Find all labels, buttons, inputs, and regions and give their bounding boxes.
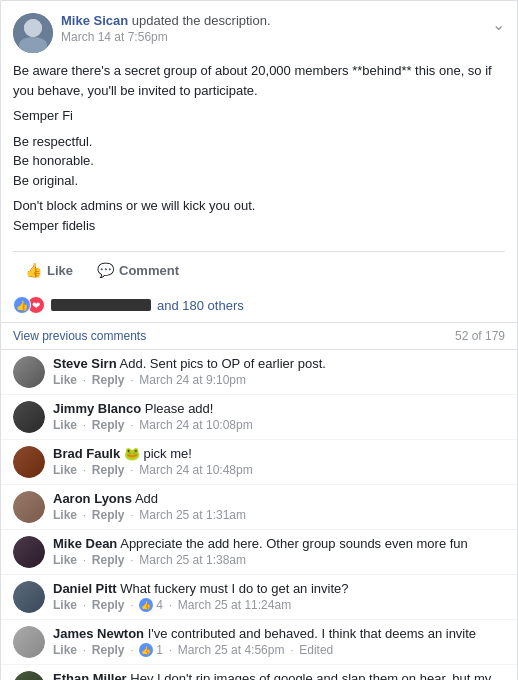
- post-actions-bar: 👍 Like 💬 Comment: [13, 251, 505, 288]
- reactions-count: and 180 others: [157, 298, 244, 313]
- comment-4: Aaron Lyons Add Like · Reply · March 25 …: [1, 485, 517, 530]
- comment-avatar-3: [13, 446, 45, 478]
- comment-like-6[interactable]: Like: [53, 598, 77, 612]
- post-header: Mike Sican updated the description. Marc…: [1, 1, 517, 61]
- edited-label-7: Edited: [299, 643, 333, 657]
- comment-reply-4[interactable]: Reply: [92, 508, 125, 522]
- comment-6: Daniel Pitt What fuckery must I do to ge…: [1, 575, 517, 620]
- reaction-icons: 👍 ❤: [13, 296, 45, 314]
- comment-author-4[interactable]: Aaron Lyons: [53, 491, 132, 506]
- post-line-4: Don't block admins or we will kick you o…: [13, 196, 505, 235]
- comment-reply-6[interactable]: Reply: [92, 598, 125, 612]
- comment-author-1[interactable]: Steve Sirn: [53, 356, 117, 371]
- reactor-name-blurred: [51, 299, 151, 311]
- like-label: Like: [47, 263, 73, 278]
- comment-label: Comment: [119, 263, 179, 278]
- comment-7: James Newton I've contributed and behave…: [1, 620, 517, 665]
- svg-rect-0: [13, 13, 53, 53]
- comments-count: 52 of 179: [455, 329, 505, 343]
- post-header-info: Mike Sican updated the description. Marc…: [61, 13, 505, 44]
- comment-button[interactable]: 💬 Comment: [85, 256, 191, 284]
- svg-point-2: [19, 41, 47, 53]
- comment-8: Ethan Miller Hey I don't rip images of g…: [1, 665, 517, 680]
- comment-like-5[interactable]: Like: [53, 553, 77, 567]
- comment-avatar-6: [13, 581, 45, 613]
- comment-avatar-2: [13, 401, 45, 433]
- comment-2: Jimmy Blanco Please add! Like · Reply · …: [1, 395, 517, 440]
- comment-author-8[interactable]: Ethan Miller: [53, 671, 127, 680]
- comment-reply-3[interactable]: Reply: [92, 463, 125, 477]
- comment-author-3[interactable]: Brad Faulk: [53, 446, 120, 461]
- comment-meta-7: Like · Reply · 👍 1 · March 25 at 4:56pm …: [53, 643, 505, 657]
- like-button[interactable]: 👍 Like: [13, 256, 85, 284]
- comment-reply-7[interactable]: Reply: [92, 643, 125, 657]
- post-author-name[interactable]: Mike Sican: [61, 13, 128, 28]
- comment-icon: 💬: [97, 262, 114, 278]
- comment-meta-1: Like · Reply · March 24 at 9:10pm: [53, 373, 505, 387]
- comment-author-7[interactable]: James Newton: [53, 626, 144, 641]
- comment-1: Steve Sirn Add. Sent pics to OP of earli…: [1, 350, 517, 395]
- author-avatar: [13, 13, 53, 53]
- comment-text-3: 🐸 pick me!: [124, 446, 192, 461]
- comment-time-5: March 25 at 1:38am: [139, 553, 246, 567]
- comment-body-8: Ethan Miller Hey I don't rip images of g…: [53, 671, 505, 680]
- like-reaction-icon: 👍: [13, 296, 31, 314]
- comment-reactions-7: 👍 1: [139, 643, 163, 657]
- comment-text-5: Appreciate the add here. Other group sou…: [120, 536, 468, 551]
- comment-body-3: Brad Faulk 🐸 pick me! Like · Reply · Mar…: [53, 446, 505, 478]
- comment-avatar-4: [13, 491, 45, 523]
- svg-point-1: [24, 19, 42, 37]
- comment-like-4[interactable]: Like: [53, 508, 77, 522]
- comment-avatar-1: [13, 356, 45, 388]
- comment-meta-4: Like · Reply · March 25 at 1:31am: [53, 508, 505, 522]
- comment-author-5[interactable]: Mike Dean: [53, 536, 117, 551]
- comment-like-1[interactable]: Like: [53, 373, 77, 387]
- chevron-down-icon[interactable]: ⌄: [492, 15, 505, 34]
- post-action: updated the description.: [128, 13, 270, 28]
- comment-text-1: Add. Sent pics to OP of earlier post.: [120, 356, 326, 371]
- comment-time-1: March 24 at 9:10pm: [139, 373, 246, 387]
- post-line-1: Be aware there's a secret group of about…: [13, 61, 505, 100]
- comment-time-3: March 24 at 10:48pm: [139, 463, 252, 477]
- comment-meta-6: Like · Reply · 👍 4 · March 25 at 11:24am: [53, 598, 505, 612]
- comment-body-6: Daniel Pitt What fuckery must I do to ge…: [53, 581, 505, 613]
- comment-author-2[interactable]: Jimmy Blanco: [53, 401, 141, 416]
- comment-reply-2[interactable]: Reply: [92, 418, 125, 432]
- comment-text-6: What fuckery must I do to get an invite?: [120, 581, 348, 596]
- comment-like-3[interactable]: Like: [53, 463, 77, 477]
- comment-body-5: Mike Dean Appreciate the add here. Other…: [53, 536, 505, 568]
- thumbs-up-icon: 👍: [25, 262, 42, 278]
- comment-body-1: Steve Sirn Add. Sent pics to OP of earli…: [53, 356, 505, 388]
- comment-time-4: March 25 at 1:31am: [139, 508, 246, 522]
- post-card: Mike Sican updated the description. Marc…: [0, 0, 518, 680]
- comment-reply-5[interactable]: Reply: [92, 553, 125, 567]
- comment-text-8: Hey I don't rip images of google and sla…: [130, 671, 491, 680]
- comment-text-7: I've contributed and behaved. I think th…: [148, 626, 476, 641]
- comment-meta-3: Like · Reply · March 24 at 10:48pm: [53, 463, 505, 477]
- comment-avatar-8: [13, 671, 45, 680]
- comment-like-7[interactable]: Like: [53, 643, 77, 657]
- post-line-3: Be respectful.Be honorable.Be original.: [13, 132, 505, 191]
- comment-reactions-6: 👍 4: [139, 598, 163, 612]
- comment-avatar-5: [13, 536, 45, 568]
- reactions-row: 👍 ❤ and 180 others: [1, 288, 517, 323]
- post-line-2: Semper Fi: [13, 106, 505, 126]
- comment-time-7: March 25 at 4:56pm: [178, 643, 285, 657]
- post-body: Be aware there's a secret group of about…: [1, 61, 517, 251]
- comment-body-4: Aaron Lyons Add Like · Reply · March 25 …: [53, 491, 505, 523]
- comment-like-2[interactable]: Like: [53, 418, 77, 432]
- view-previous-comments-link[interactable]: View previous comments: [13, 329, 146, 343]
- reaction-count-6: 4: [156, 598, 163, 612]
- like-reaction-mini-7: 👍: [139, 643, 153, 657]
- comment-5: Mike Dean Appreciate the add here. Other…: [1, 530, 517, 575]
- reaction-count-7: 1: [156, 643, 163, 657]
- comment-reply-1[interactable]: Reply: [92, 373, 125, 387]
- comment-avatar-7: [13, 626, 45, 658]
- comment-body-2: Jimmy Blanco Please add! Like · Reply · …: [53, 401, 505, 433]
- comment-text-4: Add: [135, 491, 158, 506]
- comment-author-6[interactable]: Daniel Pitt: [53, 581, 117, 596]
- view-comments-bar: View previous comments 52 of 179: [1, 323, 517, 350]
- post-time: March 14 at 7:56pm: [61, 30, 505, 44]
- comment-time-2: March 24 at 10:08pm: [139, 418, 252, 432]
- comment-3: Brad Faulk 🐸 pick me! Like · Reply · Mar…: [1, 440, 517, 485]
